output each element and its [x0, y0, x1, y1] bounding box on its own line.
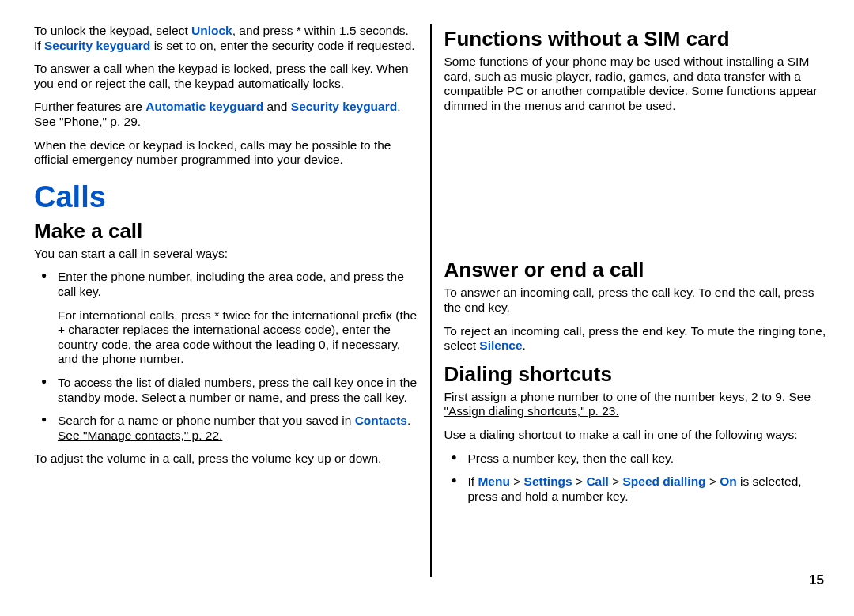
paragraph: To unlock the keypad, select Unlock, and…	[34, 24, 418, 53]
paragraph: Further features are Automatic keyguard …	[34, 100, 418, 129]
paragraph: First assign a phone number to one of th…	[444, 390, 828, 419]
paragraph: You can start a call in several ways:	[34, 247, 418, 262]
cross-reference-link[interactable]: See "Manage contacts," p. 22.	[58, 429, 222, 442]
paragraph: Use a dialing shortcut to make a call in…	[444, 428, 828, 443]
section-gap	[444, 188, 828, 221]
ui-term: Security keyguard	[44, 39, 150, 52]
heading-functions-without-sim: Functions without a SIM card	[444, 27, 828, 51]
paragraph: To answer a call when the keypad is lock…	[34, 62, 418, 91]
page-content: To unlock the keypad, select Unlock, and…	[34, 24, 827, 577]
heading-make-a-call: Make a call	[34, 219, 418, 244]
paragraph: When the device or keypad is locked, cal…	[34, 138, 418, 168]
paragraph: To reject an incoming call, press the en…	[444, 324, 828, 353]
heading-answer-end-call: Answer or end a call	[444, 258, 828, 282]
section-gap	[444, 155, 828, 188]
ui-term: Contacts	[355, 414, 407, 427]
page-number: 15	[809, 573, 824, 588]
ui-term: Automatic keyguard	[145, 100, 263, 113]
bullet-list: Enter the phone number, including the ar…	[34, 270, 418, 299]
ui-term: Speed dialling	[623, 474, 706, 488]
ui-term: On	[720, 474, 737, 488]
ui-term: Security keyguard	[291, 100, 397, 113]
ui-term: Settings	[524, 474, 572, 488]
list-item: Press a number key, then the call key.	[444, 452, 828, 467]
list-item: Search for a name or phone number that y…	[34, 414, 418, 443]
list-item-sub: For international calls, press * twice f…	[34, 308, 418, 367]
paragraph: To answer an incoming call, press the ca…	[444, 285, 828, 315]
paragraph: To adjust the volume in a call, press th…	[34, 452, 418, 467]
heading-calls: Calls	[34, 180, 418, 214]
ui-term: Unlock	[191, 24, 232, 37]
list-item: To access the list of dialed numbers, pr…	[34, 376, 418, 405]
list-item: Enter the phone number, including the ar…	[34, 270, 418, 299]
bullet-list: To access the list of dialed numbers, pr…	[34, 376, 418, 443]
cross-reference-link[interactable]: See "Phone," p. 29.	[34, 115, 141, 128]
paragraph: Some functions of your phone may be used…	[444, 55, 828, 113]
section-gap	[444, 221, 828, 255]
ui-term: Menu	[478, 474, 509, 488]
ui-term: Call	[586, 474, 608, 488]
bullet-list: Press a number key, then the call key. I…	[444, 452, 828, 505]
section-gap	[444, 122, 828, 155]
ui-term: Silence	[479, 338, 522, 352]
list-item: If Menu > Settings > Call > Speed dialli…	[444, 474, 828, 504]
heading-dialing-shortcuts: Dialing shortcuts	[444, 362, 828, 387]
